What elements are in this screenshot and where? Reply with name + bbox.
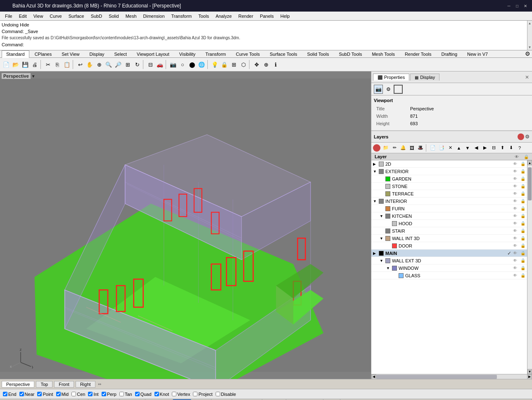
layer-lock-exterior[interactable]: 🔒: [520, 169, 525, 174]
layer-lock-2d[interactable]: 🔒: [520, 162, 525, 166]
snap-disable[interactable]: Disable: [214, 392, 238, 397]
tab-transform[interactable]: Transform: [201, 50, 230, 57]
viewport-area[interactable]: Perspective ▼: [0, 71, 371, 379]
tb-new[interactable]: 📄: [2, 60, 11, 69]
layer-lock-stone[interactable]: 🔒: [520, 184, 525, 188]
layer-expand-wallext3d[interactable]: ▼: [380, 259, 385, 263]
layer-item-stair[interactable]: STAIR 👁 🔒: [371, 227, 527, 235]
tb-lock[interactable]: 🔒: [220, 60, 229, 69]
snap-disable-checkbox[interactable]: [216, 392, 220, 396]
layer-vis-glass[interactable]: 👁: [513, 273, 517, 278]
lt-export[interactable]: ⬇: [507, 144, 515, 152]
vp-tab-arrow[interactable]: ⇔: [98, 382, 101, 386]
layer-vis-exterior[interactable]: 👁: [513, 169, 517, 174]
tab-display[interactable]: ▦ Display: [410, 74, 439, 81]
layer-color-picker-icon[interactable]: [373, 144, 380, 152]
snap-near-checkbox[interactable]: [19, 392, 24, 396]
menu-solid[interactable]: Solid: [105, 12, 122, 20]
snap-mid[interactable]: Mid: [55, 392, 70, 397]
tab-properties[interactable]: ⬛ Properties: [373, 74, 409, 81]
layer-vis-furn[interactable]: 👁: [513, 206, 517, 211]
layer-expand-interior[interactable]: ▼: [373, 199, 379, 203]
menu-panels[interactable]: Panels: [256, 12, 277, 20]
tab-curve-tools[interactable]: Curve Tools: [231, 50, 264, 57]
tb-zoom-out[interactable]: 🔎: [114, 60, 123, 69]
tb-globe[interactable]: 🌐: [197, 60, 206, 69]
snap-cen[interactable]: Cen: [70, 392, 86, 397]
panel-close-icon[interactable]: ✕: [524, 74, 530, 81]
layer-item-furn[interactable]: FURN 👁 🔒: [371, 205, 527, 212]
tb-zoom-sel[interactable]: ⊞: [123, 60, 132, 69]
layer-vis-door[interactable]: 👁: [513, 243, 517, 248]
layers-scrollbar[interactable]: ▲ ▼: [527, 160, 532, 374]
vp-tab-right[interactable]: Right: [76, 381, 95, 388]
menu-mesh[interactable]: Mesh: [122, 12, 140, 20]
layer-lock-window[interactable]: 🔒: [520, 266, 525, 270]
tab-display[interactable]: Display: [85, 50, 109, 57]
tab-viewport-layout[interactable]: Viewport Layout: [132, 50, 174, 57]
tb-paste[interactable]: 📋: [62, 60, 71, 69]
tb-pan[interactable]: ✋: [85, 60, 94, 69]
layer-vis-interior[interactable]: 👁: [513, 199, 517, 203]
panel-camera-icon[interactable]: 📷: [374, 85, 383, 94]
tb-car[interactable]: 🚗: [155, 60, 164, 69]
tb-print[interactable]: 🖨: [30, 60, 39, 69]
menu-transform[interactable]: Transform: [168, 12, 195, 20]
layers-scroll-track[interactable]: [527, 165, 532, 369]
snap-project[interactable]: Project: [192, 392, 214, 397]
layer-item-glass[interactable]: GLASS 👁 🔒: [371, 272, 527, 279]
panel-rect-icon[interactable]: [394, 85, 403, 94]
layer-item-window[interactable]: ▼ WINDOW 👁 🔒: [371, 264, 527, 272]
tb-move[interactable]: ✥: [252, 60, 261, 69]
snap-point[interactable]: Point: [36, 392, 54, 397]
snap-int[interactable]: Int: [87, 392, 100, 397]
layer-vis-stone[interactable]: 👁: [513, 184, 517, 188]
snap-mid-checkbox[interactable]: [56, 392, 61, 396]
layer-vis-kitchen[interactable]: 👁: [513, 214, 517, 218]
layer-lock-furn[interactable]: 🔒: [520, 206, 525, 211]
lt-pencil-icon[interactable]: ✏: [390, 144, 399, 152]
tb-render[interactable]: ⬡: [239, 60, 248, 69]
hscroll-thumb[interactable]: [376, 375, 497, 379]
menu-analyze[interactable]: Analyze: [212, 12, 235, 20]
tab-drafting[interactable]: Drafting: [437, 50, 462, 57]
layer-expand-window[interactable]: ▼: [386, 266, 392, 270]
snap-project-checkbox[interactable]: [193, 392, 197, 396]
layers-scroll-up[interactable]: ▲: [527, 160, 532, 165]
tab-surface-tools[interactable]: Surface Tools: [265, 50, 302, 57]
layers-scroll-thumb[interactable]: [528, 167, 532, 200]
tab-mesh-tools[interactable]: Mesh Tools: [367, 50, 399, 57]
tab-select[interactable]: Select: [110, 50, 132, 57]
layer-lock-kitchen[interactable]: 🔒: [520, 214, 525, 218]
tb-zoom-extent[interactable]: ⊕: [95, 60, 104, 69]
layer-expand-kitchen[interactable]: ▼: [380, 214, 385, 218]
tb-copy[interactable]: ⎘: [53, 60, 62, 69]
menu-surface[interactable]: Surface: [65, 12, 88, 20]
layer-vis-garden[interactable]: 👁: [513, 176, 517, 181]
tb-grid[interactable]: ⊟: [146, 60, 155, 69]
layer-item-hood[interactable]: HOOD 👁 🔒: [371, 220, 527, 227]
tab-set-view[interactable]: Set View: [57, 50, 84, 57]
tb-info[interactable]: ℹ: [271, 60, 280, 69]
lt-image-icon[interactable]: 🖼: [408, 144, 416, 152]
tb-zoom-in[interactable]: 🔍: [104, 60, 113, 69]
layer-item-wallint3d[interactable]: ▼ WALL INT 3D 👁 🔒: [371, 235, 527, 242]
menu-dimension[interactable]: Dimension: [140, 12, 168, 20]
tb-undo[interactable]: ↩: [76, 60, 85, 69]
layer-expand-wallint3d[interactable]: ▼: [380, 236, 385, 240]
hscroll-right[interactable]: ▶: [527, 374, 532, 379]
tb-camera[interactable]: 📷: [169, 60, 178, 69]
tab-new-in-v7[interactable]: New in V7: [463, 50, 492, 57]
panel-gear-icon[interactable]: ⚙: [384, 85, 393, 94]
layer-vis-wallint3d[interactable]: 👁: [513, 236, 517, 240]
tab-visibility[interactable]: Visibility: [175, 50, 200, 57]
lt-filter[interactable]: ⊟: [489, 144, 498, 152]
vp-tab-perspective[interactable]: Perspective: [2, 381, 34, 388]
lt-new-layer[interactable]: 📄: [429, 144, 437, 152]
snap-perp-checkbox[interactable]: [102, 392, 106, 396]
layer-lock-interior[interactable]: 🔒: [520, 199, 525, 203]
menu-render[interactable]: Render: [235, 12, 256, 20]
layer-lock-door[interactable]: 🔒: [520, 243, 525, 248]
tb-rotate[interactable]: ↻: [133, 60, 142, 69]
snap-knot[interactable]: Knot: [153, 392, 171, 397]
